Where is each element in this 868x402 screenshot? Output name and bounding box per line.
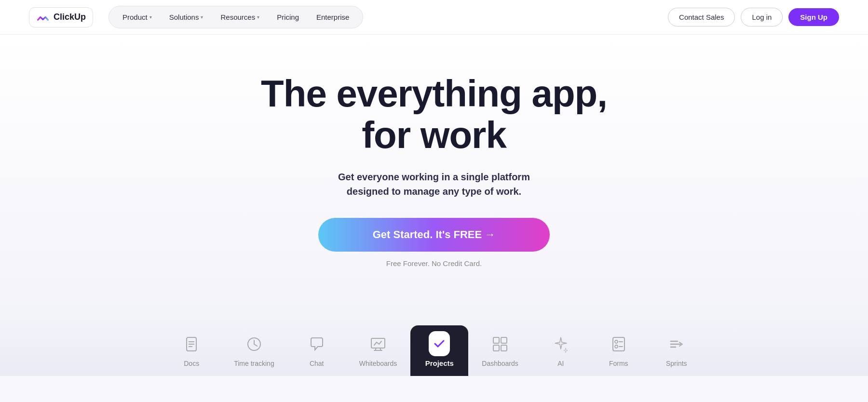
svg-rect-14	[501, 345, 507, 351]
docs-icon	[181, 334, 202, 355]
nav-left: ClickUp Product ▾ Solutions ▾ Resources …	[29, 6, 363, 28]
svg-point-17	[615, 345, 618, 348]
forms-icon	[608, 334, 629, 355]
tab-projects[interactable]: Projects	[410, 325, 468, 376]
svg-rect-13	[493, 345, 499, 351]
tab-forms-label: Forms	[609, 360, 628, 367]
tab-time-tracking[interactable]: Time tracking	[220, 326, 288, 376]
hero-note: Free Forever. No Credit Card.	[386, 259, 482, 268]
tab-forms[interactable]: Forms	[590, 326, 648, 376]
tab-projects-label: Projects	[425, 359, 454, 367]
signup-button[interactable]: Sign Up	[788, 8, 839, 26]
tab-sprints[interactable]: Sprints	[648, 326, 705, 376]
feature-tabs: Docs Time tracking Chat	[0, 316, 868, 376]
tab-time-tracking-label: Time tracking	[234, 360, 274, 367]
tab-ai-label: AI	[557, 360, 564, 367]
login-button[interactable]: Log in	[741, 8, 783, 27]
projects-icon	[429, 333, 450, 354]
tab-chat[interactable]: Chat	[288, 326, 346, 376]
nav-links: Product ▾ Solutions ▾ Resources ▾ Pricin…	[108, 6, 363, 28]
whiteboards-icon	[367, 334, 389, 355]
nav-link-product[interactable]: Product ▾	[115, 9, 160, 25]
main-nav: ClickUp Product ▾ Solutions ▾ Resources …	[0, 0, 868, 35]
get-started-button[interactable]: Get Started. It's FREE →	[318, 218, 550, 252]
tab-docs[interactable]: Docs	[163, 326, 220, 376]
nav-link-enterprise[interactable]: Enterprise	[309, 9, 357, 25]
ai-icon	[550, 334, 571, 355]
logo-text: ClickUp	[54, 12, 86, 22]
hero-section: The everything app, for work Get everyon…	[0, 35, 868, 316]
logo-icon	[36, 11, 50, 24]
chat-icon	[306, 334, 327, 355]
tab-dashboards-label: Dashboards	[482, 360, 518, 367]
tab-sprints-label: Sprints	[666, 360, 687, 367]
svg-point-16	[615, 340, 618, 343]
hero-title: The everything app, for work	[261, 73, 607, 156]
logo[interactable]: ClickUp	[29, 7, 93, 27]
nav-right: Contact Sales Log in Sign Up	[668, 8, 839, 27]
chevron-down-icon: ▾	[149, 14, 152, 20]
svg-line-6	[254, 344, 257, 346]
tab-whiteboards-label: Whiteboards	[359, 360, 397, 367]
tab-docs-label: Docs	[184, 360, 199, 367]
hero-subtitle: Get everyone working in a single platfor…	[338, 170, 530, 199]
nav-link-resources[interactable]: Resources ▾	[213, 9, 267, 25]
clock-icon	[244, 334, 265, 355]
tab-chat-label: Chat	[310, 360, 324, 367]
dashboards-icon	[489, 334, 511, 355]
tab-ai[interactable]: AI	[532, 326, 590, 376]
svg-rect-11	[493, 337, 499, 343]
sprints-icon	[666, 334, 687, 355]
nav-link-pricing[interactable]: Pricing	[269, 9, 307, 25]
nav-link-solutions[interactable]: Solutions ▾	[162, 9, 211, 25]
chevron-down-icon: ▾	[257, 14, 259, 20]
contact-sales-button[interactable]: Contact Sales	[668, 8, 735, 27]
tab-dashboards[interactable]: Dashboards	[468, 326, 532, 376]
chevron-down-icon: ▾	[201, 14, 203, 20]
tab-whiteboards[interactable]: Whiteboards	[346, 326, 411, 376]
svg-rect-12	[501, 337, 507, 343]
svg-rect-15	[613, 337, 624, 351]
